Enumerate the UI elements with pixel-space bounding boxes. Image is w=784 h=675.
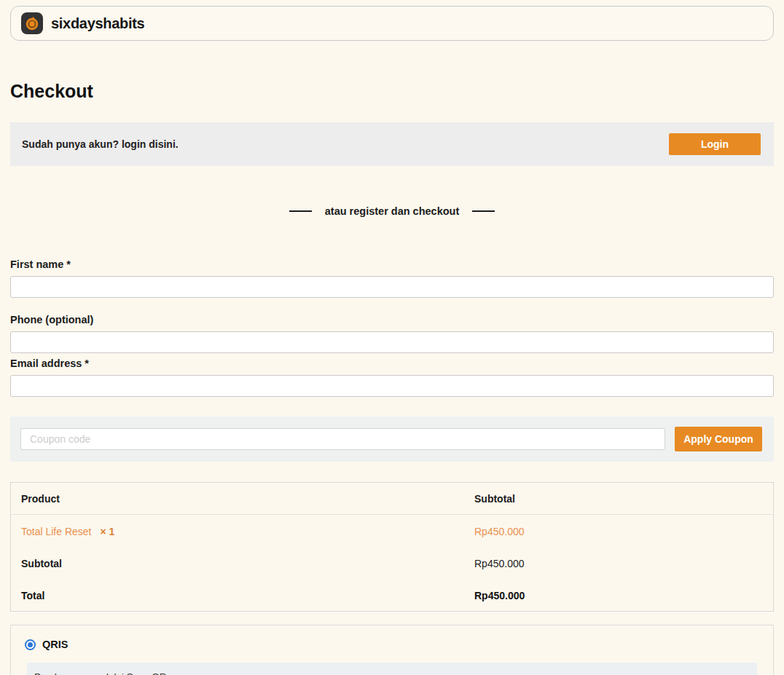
phone-input[interactable] (10, 331, 774, 353)
subtotal-label: Subtotal (21, 558, 474, 569)
qris-description-text: Pembayaran melalui Scan QR (34, 671, 167, 675)
phone-label: Phone (optional) (10, 314, 774, 325)
brand-name[interactable]: sixdayshabits (51, 15, 144, 32)
qris-label: QRIS (42, 639, 68, 650)
apply-coupon-button[interactable]: Apply Coupon (675, 427, 762, 451)
login-notice-text[interactable]: Sudah punya akun? login disini. (22, 138, 179, 150)
qris-radio[interactable] (25, 639, 36, 650)
payment-method-qris[interactable]: QRIS (25, 639, 757, 650)
first-name-label: First name * (10, 258, 774, 270)
order-subtotal-row: Subtotal Rp450.000 (11, 548, 773, 580)
first-name-input[interactable] (10, 276, 774, 298)
order-review-table: Product Subtotal Total Life Reset × 1 Rp… (10, 482, 774, 612)
page-title: Checkout (10, 81, 774, 102)
payment-methods-box: QRIS Pembayaran melalui Scan QR (10, 625, 774, 675)
email-input[interactable] (10, 375, 774, 397)
brand-logo[interactable] (21, 12, 43, 34)
coupon-code-input[interactable] (20, 428, 665, 450)
product-price: Rp450.000 (474, 526, 525, 537)
register-divider: atau register dan checkout (10, 205, 774, 217)
divider-line-right (472, 210, 495, 212)
login-button[interactable]: Login (669, 133, 761, 155)
order-item-row: Total Life Reset × 1 Rp450.000 (11, 515, 773, 548)
product-column-header: Product (21, 493, 474, 505)
order-total-row: Total Rp450.000 (11, 580, 773, 611)
email-label: Email address * (10, 358, 774, 369)
qris-description-panel: Pembayaran melalui Scan QR (27, 663, 757, 675)
site-header: sixdayshabits (10, 6, 774, 41)
flame-swirl-icon (24, 15, 40, 31)
divider-text: atau register dan checkout (325, 205, 460, 217)
login-notice-bar: Sudah punya akun? login disini. Login (10, 122, 774, 166)
checkout-form: First name * Phone (optional) Email addr… (10, 258, 774, 397)
qris-radio-dot (28, 642, 33, 647)
coupon-panel: Apply Coupon (10, 417, 774, 462)
product-name-link[interactable]: Total Life Reset (21, 526, 92, 537)
divider-line-left (289, 210, 312, 212)
total-label: Total (21, 590, 474, 601)
subtotal-column-header: Subtotal (474, 493, 515, 505)
total-value: Rp450.000 (474, 590, 525, 601)
subtotal-value: Rp450.000 (474, 558, 525, 569)
product-quantity: × 1 (100, 526, 114, 537)
order-table-header: Product Subtotal (11, 483, 773, 515)
